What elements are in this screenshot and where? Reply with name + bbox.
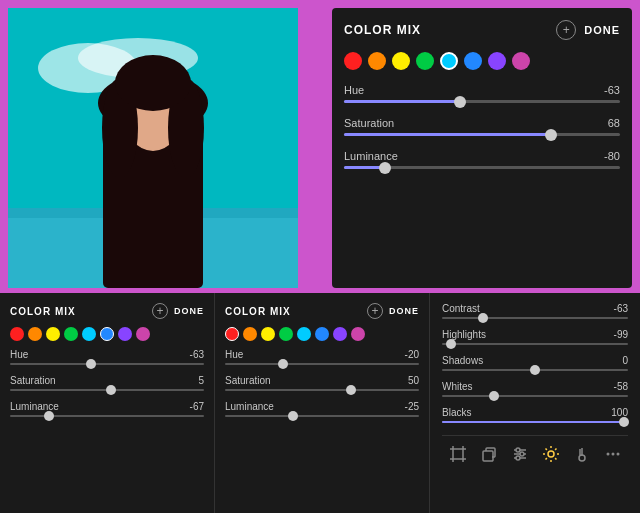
svg-line-34	[555, 458, 556, 459]
blacks-track[interactable]	[442, 421, 628, 423]
bottom-toolbar	[442, 435, 628, 466]
bl-sat-thumb[interactable]	[106, 385, 116, 395]
bm-hue-track[interactable]	[225, 363, 419, 365]
bl-target-icon[interactable]	[152, 303, 168, 319]
luminance-track[interactable]	[344, 166, 620, 169]
bm-color-circles	[225, 327, 419, 341]
bm-color-purple[interactable]	[333, 327, 347, 341]
shadows-track[interactable]	[442, 369, 628, 371]
bl-sat-track[interactable]	[10, 389, 204, 391]
luminance-label-row: Luminance -80	[344, 150, 620, 162]
color-cyan[interactable]	[440, 52, 458, 70]
bl-header-right: DONE	[152, 303, 204, 319]
bl-color-yellow[interactable]	[46, 327, 60, 341]
bl-lum-track[interactable]	[10, 415, 204, 417]
whites-label-row: Whites -58	[442, 381, 628, 392]
bm-color-magenta[interactable]	[351, 327, 365, 341]
whites-thumb[interactable]	[489, 391, 499, 401]
bl-lum-thumb[interactable]	[44, 411, 54, 421]
contrast-thumb[interactable]	[478, 313, 488, 323]
saturation-slider-row: Saturation 68	[344, 117, 620, 136]
bm-color-cyan[interactable]	[297, 327, 311, 341]
color-yellow[interactable]	[392, 52, 410, 70]
bm-lum-label-row: Luminance -25	[225, 401, 419, 412]
bm-lum-row: Luminance -25	[225, 401, 419, 417]
bm-hue-thumb[interactable]	[278, 359, 288, 369]
bl-hue-thumb[interactable]	[86, 359, 96, 369]
bottom-left-panel: COLOR MIX DONE Hue -63	[0, 293, 215, 513]
saturation-label: Saturation	[344, 117, 394, 129]
bm-color-red[interactable]	[225, 327, 239, 341]
color-blue[interactable]	[464, 52, 482, 70]
highlights-label-row: Highlights -99	[442, 329, 628, 340]
hue-slider-row: Hue -63	[344, 84, 620, 103]
contrast-label-row: Contrast -63	[442, 303, 628, 314]
bl-sat-value: 5	[174, 375, 204, 386]
whites-track[interactable]	[442, 395, 628, 397]
blacks-thumb[interactable]	[619, 417, 629, 427]
color-orange[interactable]	[368, 52, 386, 70]
more-icon[interactable]	[601, 442, 625, 466]
done-button[interactable]: DONE	[584, 24, 620, 36]
hue-thumb[interactable]	[454, 96, 466, 108]
main-photo	[8, 8, 298, 288]
bl-color-orange[interactable]	[28, 327, 42, 341]
bm-lum-track[interactable]	[225, 415, 419, 417]
bm-lum-thumb[interactable]	[288, 411, 298, 421]
bm-color-blue[interactable]	[315, 327, 329, 341]
bl-sat-row: Saturation 5	[10, 375, 204, 391]
svg-point-28	[548, 451, 554, 457]
bm-sat-track[interactable]	[225, 389, 419, 391]
bl-color-magenta[interactable]	[136, 327, 150, 341]
bm-sat-label-row: Saturation 50	[225, 375, 419, 386]
bm-sat-thumb[interactable]	[346, 385, 356, 395]
bl-hue-track[interactable]	[10, 363, 204, 365]
contrast-value: -63	[614, 303, 628, 314]
bm-done-button[interactable]: DONE	[389, 306, 419, 316]
bm-target-icon[interactable]	[367, 303, 383, 319]
highlights-thumb[interactable]	[446, 339, 456, 349]
bm-color-orange[interactable]	[243, 327, 257, 341]
bl-color-red[interactable]	[10, 327, 24, 341]
svg-line-35	[555, 449, 556, 450]
top-right-panel: COLOR MIX DONE Hue -63 Saturation 68	[332, 8, 632, 288]
thermometer-icon[interactable]	[570, 442, 594, 466]
saturation-track[interactable]	[344, 133, 620, 136]
bm-color-green[interactable]	[279, 327, 293, 341]
copy-icon[interactable]	[477, 442, 501, 466]
whites-value: -58	[614, 381, 628, 392]
luminance-label: Luminance	[344, 150, 398, 162]
crop-icon[interactable]	[446, 442, 470, 466]
whites-label: Whites	[442, 381, 473, 392]
color-green[interactable]	[416, 52, 434, 70]
saturation-thumb[interactable]	[545, 129, 557, 141]
luminance-value: -80	[590, 150, 620, 162]
luminance-thumb[interactable]	[379, 162, 391, 174]
svg-point-42	[606, 453, 609, 456]
highlights-track[interactable]	[442, 343, 628, 345]
bl-lum-row: Luminance -67	[10, 401, 204, 417]
svg-point-44	[616, 453, 619, 456]
bl-color-blue[interactable]	[100, 327, 114, 341]
contrast-track[interactable]	[442, 317, 628, 319]
bl-hue-value: -63	[174, 349, 204, 360]
bm-sat-row: Saturation 50	[225, 375, 419, 391]
sun-icon[interactable]	[539, 442, 563, 466]
bl-color-purple[interactable]	[118, 327, 132, 341]
bl-done-button[interactable]: DONE	[174, 306, 204, 316]
bm-lum-label: Luminance	[225, 401, 274, 412]
bl-lum-label-row: Luminance -67	[10, 401, 204, 412]
hue-track[interactable]	[344, 100, 620, 103]
shadows-thumb[interactable]	[530, 365, 540, 375]
panel-header: COLOR MIX DONE	[344, 20, 620, 40]
color-red[interactable]	[344, 52, 362, 70]
color-purple[interactable]	[488, 52, 506, 70]
bl-color-cyan[interactable]	[82, 327, 96, 341]
target-icon[interactable]	[556, 20, 576, 40]
bl-color-green[interactable]	[64, 327, 78, 341]
bm-color-yellow[interactable]	[261, 327, 275, 341]
contrast-label: Contrast	[442, 303, 480, 314]
color-magenta[interactable]	[512, 52, 530, 70]
adjust-icon[interactable]	[508, 442, 532, 466]
hue-label-row: Hue -63	[344, 84, 620, 96]
